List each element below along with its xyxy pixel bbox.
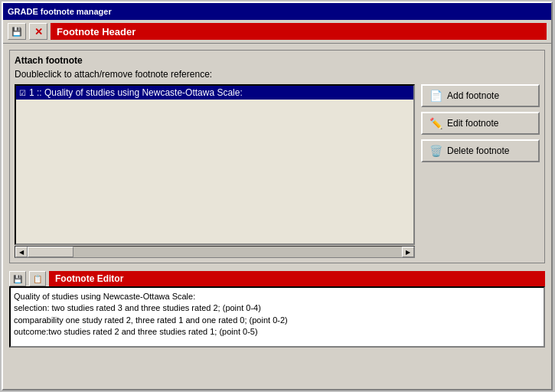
footnote-item-text: 1 :: Quality of studies using Newcaste-O… bbox=[29, 87, 243, 98]
attach-section: Attach footnote Doubleclick to attach/re… bbox=[9, 50, 545, 263]
title-bar: GRADE footnote manager bbox=[3, 3, 551, 20]
main-window: GRADE footnote manager 💾 ✕ Footnote Head… bbox=[2, 2, 553, 390]
editor-title-bar: Footnote Editor bbox=[49, 271, 545, 286]
editor-section: 💾 📋 Footnote Editor Quality of studies u… bbox=[9, 271, 545, 348]
add-footnote-label: Add footnote bbox=[447, 90, 499, 101]
footnote-list[interactable]: ☑ 1 :: Quality of studies using Newcaste… bbox=[15, 84, 415, 245]
editor-page-button[interactable]: 📋 bbox=[29, 271, 46, 286]
editor-page-icon: 📋 bbox=[33, 275, 42, 283]
editor-toolbar: 💾 📋 Footnote Editor bbox=[9, 271, 545, 286]
edit-footnote-icon: ✏️ bbox=[429, 117, 442, 129]
delete-footnote-label: Delete footnote bbox=[447, 145, 509, 156]
close-button[interactable]: ✕ bbox=[29, 23, 47, 40]
add-footnote-button[interactable]: 📄 Add footnote bbox=[421, 84, 540, 107]
buttons-panel: 📄 Add footnote ✏️ Edit footnote 🗑️ Delet… bbox=[421, 84, 540, 162]
attach-label: Attach footnote bbox=[15, 55, 540, 66]
main-content: Attach footnote Doubleclick to attach/re… bbox=[3, 44, 551, 354]
scroll-track[interactable] bbox=[28, 247, 402, 257]
editor-text-area[interactable]: Quality of studies using Newcaste-Ottawa… bbox=[9, 286, 545, 348]
horizontal-scrollbar[interactable]: ◀ ▶ bbox=[15, 246, 415, 258]
edit-footnote-label: Edit footnote bbox=[447, 118, 498, 129]
save-icon: 💾 bbox=[11, 27, 22, 37]
delete-footnote-icon: 🗑️ bbox=[429, 145, 442, 157]
attach-instruction: Doubleclick to attach/remove footnote re… bbox=[15, 69, 540, 80]
delete-footnote-button[interactable]: 🗑️ Delete footnote bbox=[421, 139, 540, 162]
footnote-header: Footnote Header bbox=[51, 23, 547, 40]
window-title: GRADE footnote manager bbox=[8, 7, 547, 16]
editor-content: Quality of studies using Newcaste-Ottawa… bbox=[14, 292, 288, 336]
list-container: ☑ 1 :: Quality of studies using Newcaste… bbox=[15, 84, 415, 258]
toolbar: 💾 ✕ Footnote Header bbox=[3, 20, 551, 44]
close-icon: ✕ bbox=[34, 26, 43, 38]
scroll-thumb[interactable] bbox=[28, 247, 73, 257]
list-item[interactable]: ☑ 1 :: Quality of studies using Newcaste… bbox=[16, 86, 413, 100]
save-button[interactable]: 💾 bbox=[8, 23, 26, 40]
add-footnote-icon: 📄 bbox=[429, 90, 442, 102]
scroll-left-arrow[interactable]: ◀ bbox=[15, 247, 28, 257]
scroll-right-arrow[interactable]: ▶ bbox=[402, 247, 414, 257]
editor-save-icon: 💾 bbox=[13, 275, 22, 283]
checkbox-icon: ☑ bbox=[19, 89, 26, 97]
content-row: ☑ 1 :: Quality of studies using Newcaste… bbox=[15, 84, 540, 258]
edit-footnote-button[interactable]: ✏️ Edit footnote bbox=[421, 112, 540, 135]
editor-save-button[interactable]: 💾 bbox=[9, 271, 26, 286]
